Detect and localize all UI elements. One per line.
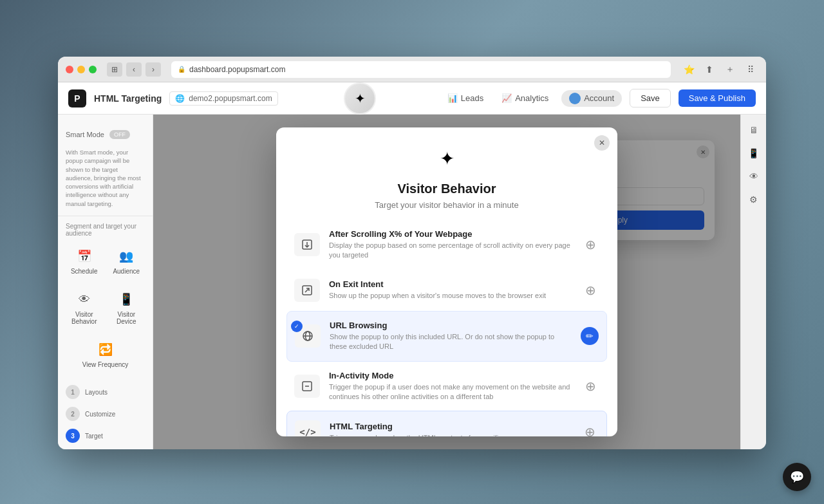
nav-items-grid: 📅 Schedule 👥 Audience 👁 Visitor Behavior… <box>58 242 153 373</box>
visitor-behavior-icon: 👁 <box>74 290 95 308</box>
left-sidebar: Smart Mode OFF With Smart mode, your pop… <box>58 115 153 449</box>
analytics-icon: 📈 <box>501 93 512 103</box>
menu-icon[interactable]: ⠿ <box>743 62 758 77</box>
segment-label: Segment and target your audience <box>58 223 153 242</box>
browser-actions: ⭐ ⬆ ＋ ⠿ <box>681 62 758 77</box>
step-publish[interactable]: 4 Publish <box>66 447 145 449</box>
modal-close-button[interactable]: ✕ <box>594 135 610 151</box>
step-1-label: Layouts <box>85 389 108 396</box>
site-url-text: demo2.popupsmart.com <box>189 94 272 103</box>
save-button[interactable]: Save <box>630 89 671 107</box>
audience-label: Audience <box>113 268 140 275</box>
inactivity-icon-wrap <box>294 375 320 398</box>
sidebar-toggle-button[interactable]: ⊞ <box>107 62 122 77</box>
view-frequency-label: View Frequency <box>82 361 129 368</box>
eye-icon[interactable]: 👁 <box>746 169 762 184</box>
analytics-label: Analytics <box>515 93 548 103</box>
account-avatar <box>569 93 581 104</box>
browser-controls: ⊞ ‹ › <box>107 62 161 77</box>
step-target[interactable]: 3 Target <box>66 425 145 447</box>
after-scrolling-icon <box>294 233 320 256</box>
inactivity-content: In-Activity Mode Trigger the popup if a … <box>329 371 572 402</box>
leads-icon: 📊 <box>447 93 458 103</box>
sidebar-item-visitor-device[interactable]: 📱 Visitor Device <box>108 285 145 330</box>
visitor-behavior-modal: ✦ Visitor Behavior Target your visitor b… <box>276 127 617 436</box>
sidebar-item-schedule[interactable]: 📅 Schedule <box>66 242 103 280</box>
minimize-traffic-light[interactable] <box>77 66 85 73</box>
step-3-circle: 3 <box>66 429 80 443</box>
step-1-circle: 1 <box>66 385 80 399</box>
modal-overlay: ✦ Visitor Behavior Target your visitor b… <box>153 115 740 449</box>
main-content: ✕ n thatay. Apply ✦ Visitor Behavior Tar… <box>153 115 740 449</box>
after-scrolling-add-button[interactable]: ⊕ <box>581 236 599 254</box>
new-tab-icon[interactable]: ＋ <box>722 62 738 77</box>
inactivity-title: In-Activity Mode <box>329 371 572 380</box>
html-targeting-desc: Trigger popup based on the HTML content … <box>330 433 572 436</box>
modal-item-html-targeting[interactable]: </> HTML Targeting Trigger popup based o… <box>286 411 607 436</box>
share-icon[interactable]: ⬆ <box>702 62 717 77</box>
schedule-icon: 📅 <box>74 247 95 265</box>
audience-icon: 👥 <box>116 247 136 265</box>
modal-item-inactivity[interactable]: In-Activity Mode Trigger the popup if a … <box>286 362 607 411</box>
url-browsing-title: URL Browsing <box>330 321 572 330</box>
url-browsing-content: URL Browsing Show the popup to only this… <box>330 321 572 352</box>
sidebar-item-audience[interactable]: 👥 Audience <box>108 242 145 280</box>
modal-item-url-browsing[interactable]: ✓ URL Browsing Show the popup to only th… <box>286 311 607 362</box>
close-traffic-light[interactable] <box>66 66 73 73</box>
analytics-button[interactable]: 📈 Analytics <box>496 91 554 106</box>
html-targeting-icon: </> <box>295 420 321 436</box>
inactivity-icon <box>294 375 320 398</box>
leads-button[interactable]: 📊 Leads <box>442 91 489 106</box>
back-button[interactable]: ‹ <box>126 62 142 77</box>
logo-letter: P <box>74 93 80 104</box>
modal-title: Visitor Behavior <box>292 182 602 196</box>
sidebar-item-visitor-behavior[interactable]: 👁 Visitor Behavior <box>66 285 103 330</box>
sidebar-item-view-frequency[interactable]: 🔁 View Frequency <box>66 335 145 373</box>
modal-item-after-scrolling[interactable]: After Scrolling X% of Your Webpage Displ… <box>286 220 607 270</box>
chat-icon: 💬 <box>790 470 804 484</box>
inactivity-add-button[interactable]: ⊕ <box>581 377 599 395</box>
save-publish-button[interactable]: Save & Publish <box>679 89 756 107</box>
exit-intent-add-button[interactable]: ⊕ <box>581 281 599 299</box>
after-scrolling-title: After Scrolling X% of Your Webpage <box>329 229 572 239</box>
smart-mode-toggle[interactable]: OFF <box>109 130 130 139</box>
header-avatar: ✦ <box>344 82 376 115</box>
settings-icon[interactable]: ⚙ <box>746 192 762 207</box>
exit-intent-title: On Exit Intent <box>329 279 572 289</box>
url-browsing-icon-wrap: ✓ <box>295 324 321 348</box>
url-browsing-desc: Show the popup to only this included URL… <box>330 332 572 352</box>
modal-item-exit-intent[interactable]: On Exit Intent Show up the popup when a … <box>286 270 607 311</box>
account-button[interactable]: Account <box>561 90 622 107</box>
step-layouts[interactable]: 1 Layouts <box>66 381 145 403</box>
mobile-icon[interactable]: 📱 <box>746 145 762 161</box>
bookmarks-icon[interactable]: ⭐ <box>681 62 697 77</box>
desktop: ⊞ ‹ › 🔒 dashboard.popupsmart.com ⭐ ⬆ ＋ ⠿… <box>0 0 824 504</box>
forward-button[interactable]: › <box>145 62 161 77</box>
schedule-label: Schedule <box>71 268 98 275</box>
step-customize[interactable]: 2 Customize <box>66 403 145 425</box>
exit-intent-icon <box>294 279 320 302</box>
html-targeting-content: HTML Targeting Trigger popup based on th… <box>330 422 572 436</box>
modal-header-icon: ✦ <box>431 143 462 174</box>
smart-mode-description: With Smart mode, your popup campaign wil… <box>58 148 153 216</box>
desktop-icon[interactable]: 🖥 <box>746 122 762 138</box>
maximize-traffic-light[interactable] <box>89 66 97 73</box>
step-2-label: Customize <box>85 411 115 418</box>
right-panel: 🖥 📱 👁 ⚙ <box>740 115 766 449</box>
step-2-circle: 2 <box>66 407 80 421</box>
modal-subtitle: Target your visitor behavior in a minute <box>292 200 602 210</box>
inactivity-desc: Trigger the popup if a user does not mak… <box>329 382 572 402</box>
html-targeting-add-button[interactable]: ⊕ <box>581 423 599 436</box>
address-bar[interactable]: 🔒 dashboard.popupsmart.com <box>171 61 671 78</box>
url-browsing-edit-button[interactable]: ✏ <box>581 327 599 345</box>
star-icon: ✦ <box>355 91 366 106</box>
svg-line-3 <box>305 288 309 292</box>
visitor-device-icon: 📱 <box>116 290 136 308</box>
html-targeting-icon-wrap: </> <box>295 420 321 436</box>
view-frequency-icon: 🔁 <box>95 341 116 359</box>
chat-button[interactable]: 💬 <box>783 463 811 491</box>
after-scrolling-desc: Display the popup based on some percenta… <box>329 241 572 261</box>
exit-intent-desc: Show up the popup when a visitor's mouse… <box>329 291 572 301</box>
exit-intent-content: On Exit Intent Show up the popup when a … <box>329 279 572 301</box>
html-targeting-title: HTML Targeting <box>330 422 572 431</box>
